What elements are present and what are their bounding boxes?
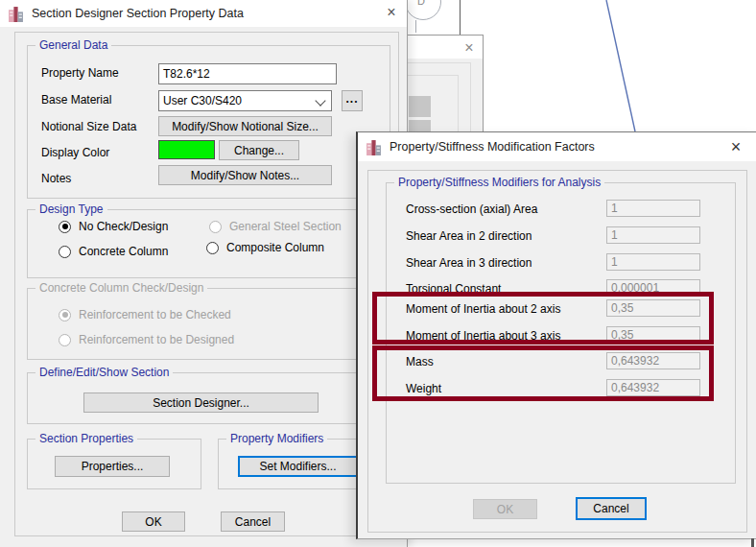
display-color-label: Display Color [41, 146, 109, 159]
notes-label: Notes [41, 172, 71, 185]
group-label: Define/Edit/Show Section [35, 366, 173, 379]
modification-factors-titlebar: Property/Stiffness Modification Factors [358, 132, 756, 161]
modifier-row-value: 1 [606, 253, 700, 271]
modifier-row-value: 0,643932 [606, 352, 700, 369]
base-material-label: Base Material [41, 93, 111, 107]
group-label: Design Type [35, 202, 107, 216]
modifier-row-value: 0,35 [606, 299, 700, 317]
radio-icon [59, 334, 71, 346]
grid-bubble-tick [415, 20, 416, 33]
group-concrete-check: Concrete Column Check/Design [27, 288, 390, 360]
section-property-dialog: Section Designer Section Property Data ×… [0, 0, 408, 547]
group-label: Property/Stiffness Modifiers for Analysi… [394, 176, 604, 189]
dialog-title: Section Designer Section Property Data [32, 7, 244, 20]
modifier-row-value: 0,000001 [606, 279, 700, 297]
modifier-row-value: 0,35 [606, 326, 700, 344]
radio-no-check-design[interactable]: No Check/Design [59, 220, 168, 233]
grid-line [460, 0, 461, 35]
properties-button[interactable]: Properties... [55, 456, 170, 477]
radio-composite-column[interactable]: Composite Column [206, 241, 324, 254]
base-material-browse-button[interactable]: ... [342, 90, 363, 111]
modifier-row-label: Moment of Inertia about 2 axis [406, 302, 560, 316]
cancel-button[interactable]: Cancel [221, 511, 285, 532]
display-color-swatch [158, 140, 215, 159]
app-icon [8, 6, 24, 22]
radio-reinforcement-checked: Reinforcement to be Checked [59, 308, 231, 321]
dialog-title: Property/Stiffness Modification Factors [390, 140, 595, 154]
set-modifiers-button[interactable]: Set Modifiers... [238, 456, 358, 477]
app-icon [366, 139, 382, 155]
radio-icon [209, 221, 222, 233]
radio-reinforcement-designed: Reinforcement to be Designed [59, 333, 234, 346]
modifier-row-value: 0,643932 [606, 379, 700, 396]
radio-icon [206, 242, 219, 254]
group-label: Section Properties [35, 432, 137, 445]
chevron-down-icon [315, 95, 325, 106]
group-label: General Data [35, 38, 111, 52]
change-color-button[interactable]: Change... [219, 140, 299, 160]
screen: D × Section Designer Section Property Da… [0, 0, 756, 547]
modifier-row-value: 1 [606, 226, 700, 244]
notional-size-label: Notional Size Data [41, 120, 136, 133]
modifier-row-label: Shear Area in 3 direction [406, 256, 532, 270]
radio-general-steel-section: General Steel Section [209, 220, 342, 233]
group-label: Property Modifiers [226, 432, 327, 445]
modifier-row-value: 1 [606, 200, 700, 217]
modify-notional-size-button[interactable]: Modify/Show Notional Size... [158, 116, 332, 136]
modifier-row-label: Torsional Constant [406, 282, 501, 296]
radio-concrete-column[interactable]: Concrete Column [59, 245, 168, 258]
base-material-select[interactable]: User C30/S420 [158, 90, 332, 111]
modifier-row-label: Moment of Inertia about 3 axis [406, 329, 560, 343]
property-name-label: Property Name [41, 66, 119, 80]
modifier-row-label: Shear Area in 2 direction [406, 229, 532, 243]
radio-icon [59, 246, 71, 258]
modifier-row-label: Cross-section (axial) Area [406, 202, 537, 216]
modifier-row-label: Weight [406, 382, 441, 395]
property-name-input[interactable]: T82.6*12 [158, 63, 337, 84]
modification-factors-close-icon[interactable]: × [727, 138, 744, 155]
modification-factors-dialog: Property/Stiffness Modification Factors … [356, 131, 756, 539]
ok-button: OK [473, 499, 537, 519]
group-label: Concrete Column Check/Design [35, 281, 207, 295]
cancel-button[interactable]: Cancel [576, 497, 647, 520]
section-property-titlebar: Section Designer Section Property Data [0, 0, 407, 27]
window-edge [751, 538, 754, 547]
background-dialog-close-icon[interactable]: × [461, 39, 478, 57]
radio-icon [59, 221, 71, 233]
radio-icon [59, 309, 71, 321]
section-designer-button[interactable]: Section Designer... [83, 392, 319, 413]
modifier-row-label: Mass [406, 355, 434, 369]
grid-bubble-label: D [417, 0, 425, 7]
section-property-close-icon[interactable]: × [383, 4, 400, 21]
background-dialog-block [409, 96, 431, 117]
modify-notes-button[interactable]: Modify/Show Notes... [158, 165, 332, 185]
ok-button[interactable]: OK [122, 511, 185, 532]
